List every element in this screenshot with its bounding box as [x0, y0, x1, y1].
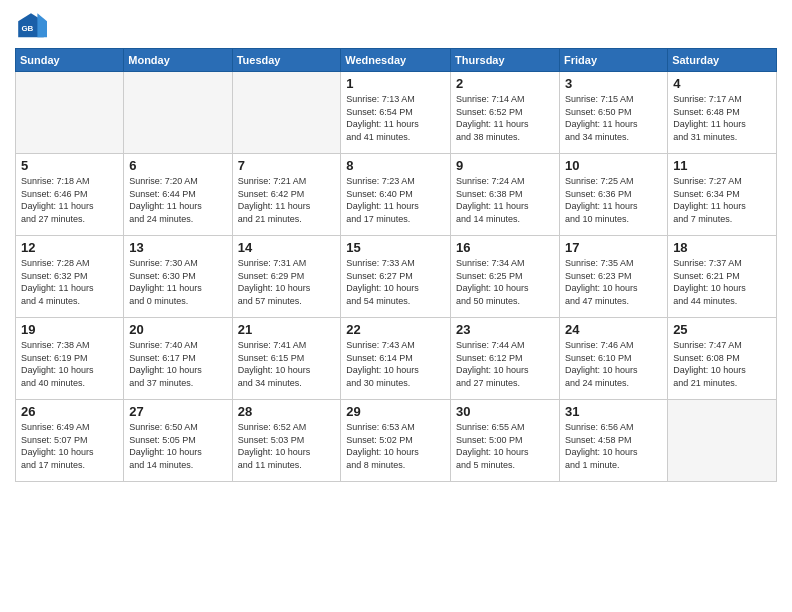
calendar-cell: 5Sunrise: 7:18 AM Sunset: 6:46 PM Daylig… [16, 154, 124, 236]
calendar-cell: 28Sunrise: 6:52 AM Sunset: 5:03 PM Dayli… [232, 400, 341, 482]
weekday-header-monday: Monday [124, 49, 232, 72]
day-info: Sunrise: 7:43 AM Sunset: 6:14 PM Dayligh… [346, 339, 445, 389]
day-number: 12 [21, 240, 118, 255]
day-info: Sunrise: 7:31 AM Sunset: 6:29 PM Dayligh… [238, 257, 336, 307]
day-number: 16 [456, 240, 554, 255]
day-number: 8 [346, 158, 445, 173]
calendar-cell: 22Sunrise: 7:43 AM Sunset: 6:14 PM Dayli… [341, 318, 451, 400]
calendar-cell: 25Sunrise: 7:47 AM Sunset: 6:08 PM Dayli… [668, 318, 777, 400]
day-info: Sunrise: 6:55 AM Sunset: 5:00 PM Dayligh… [456, 421, 554, 471]
calendar-cell: 11Sunrise: 7:27 AM Sunset: 6:34 PM Dayli… [668, 154, 777, 236]
calendar-cell: 27Sunrise: 6:50 AM Sunset: 5:05 PM Dayli… [124, 400, 232, 482]
logo: GB [15, 10, 51, 42]
day-number: 3 [565, 76, 662, 91]
day-number: 18 [673, 240, 771, 255]
day-number: 7 [238, 158, 336, 173]
day-info: Sunrise: 7:28 AM Sunset: 6:32 PM Dayligh… [21, 257, 118, 307]
day-info: Sunrise: 7:23 AM Sunset: 6:40 PM Dayligh… [346, 175, 445, 225]
day-number: 2 [456, 76, 554, 91]
day-info: Sunrise: 7:15 AM Sunset: 6:50 PM Dayligh… [565, 93, 662, 143]
page: GB SundayMondayTuesdayWednesdayThursdayF… [0, 0, 792, 612]
day-number: 20 [129, 322, 226, 337]
calendar-cell: 24Sunrise: 7:46 AM Sunset: 6:10 PM Dayli… [560, 318, 668, 400]
calendar-cell: 4Sunrise: 7:17 AM Sunset: 6:48 PM Daylig… [668, 72, 777, 154]
calendar-cell [124, 72, 232, 154]
calendar-cell: 9Sunrise: 7:24 AM Sunset: 6:38 PM Daylig… [451, 154, 560, 236]
svg-marker-1 [37, 13, 47, 37]
calendar-cell: 12Sunrise: 7:28 AM Sunset: 6:32 PM Dayli… [16, 236, 124, 318]
day-info: Sunrise: 7:20 AM Sunset: 6:44 PM Dayligh… [129, 175, 226, 225]
calendar-cell: 30Sunrise: 6:55 AM Sunset: 5:00 PM Dayli… [451, 400, 560, 482]
day-number: 14 [238, 240, 336, 255]
calendar-cell: 20Sunrise: 7:40 AM Sunset: 6:17 PM Dayli… [124, 318, 232, 400]
day-info: Sunrise: 7:34 AM Sunset: 6:25 PM Dayligh… [456, 257, 554, 307]
calendar-cell [668, 400, 777, 482]
calendar-cell [232, 72, 341, 154]
day-number: 29 [346, 404, 445, 419]
calendar-week-row: 26Sunrise: 6:49 AM Sunset: 5:07 PM Dayli… [16, 400, 777, 482]
weekday-header-tuesday: Tuesday [232, 49, 341, 72]
weekday-header-friday: Friday [560, 49, 668, 72]
day-number: 1 [346, 76, 445, 91]
day-info: Sunrise: 7:24 AM Sunset: 6:38 PM Dayligh… [456, 175, 554, 225]
day-info: Sunrise: 7:17 AM Sunset: 6:48 PM Dayligh… [673, 93, 771, 143]
day-number: 11 [673, 158, 771, 173]
day-info: Sunrise: 7:13 AM Sunset: 6:54 PM Dayligh… [346, 93, 445, 143]
day-info: Sunrise: 7:14 AM Sunset: 6:52 PM Dayligh… [456, 93, 554, 143]
day-info: Sunrise: 7:30 AM Sunset: 6:30 PM Dayligh… [129, 257, 226, 307]
calendar-cell: 18Sunrise: 7:37 AM Sunset: 6:21 PM Dayli… [668, 236, 777, 318]
calendar-cell: 19Sunrise: 7:38 AM Sunset: 6:19 PM Dayli… [16, 318, 124, 400]
day-info: Sunrise: 7:35 AM Sunset: 6:23 PM Dayligh… [565, 257, 662, 307]
day-info: Sunrise: 6:50 AM Sunset: 5:05 PM Dayligh… [129, 421, 226, 471]
day-info: Sunrise: 6:53 AM Sunset: 5:02 PM Dayligh… [346, 421, 445, 471]
calendar-cell: 8Sunrise: 7:23 AM Sunset: 6:40 PM Daylig… [341, 154, 451, 236]
weekday-header-wednesday: Wednesday [341, 49, 451, 72]
calendar-cell: 29Sunrise: 6:53 AM Sunset: 5:02 PM Dayli… [341, 400, 451, 482]
calendar-week-row: 5Sunrise: 7:18 AM Sunset: 6:46 PM Daylig… [16, 154, 777, 236]
calendar-cell: 6Sunrise: 7:20 AM Sunset: 6:44 PM Daylig… [124, 154, 232, 236]
calendar-week-row: 19Sunrise: 7:38 AM Sunset: 6:19 PM Dayli… [16, 318, 777, 400]
day-info: Sunrise: 7:25 AM Sunset: 6:36 PM Dayligh… [565, 175, 662, 225]
day-number: 21 [238, 322, 336, 337]
weekday-header-thursday: Thursday [451, 49, 560, 72]
weekday-header-saturday: Saturday [668, 49, 777, 72]
day-info: Sunrise: 6:49 AM Sunset: 5:07 PM Dayligh… [21, 421, 118, 471]
day-info: Sunrise: 7:41 AM Sunset: 6:15 PM Dayligh… [238, 339, 336, 389]
calendar-cell: 21Sunrise: 7:41 AM Sunset: 6:15 PM Dayli… [232, 318, 341, 400]
day-number: 24 [565, 322, 662, 337]
logo-icon: GB [15, 10, 47, 42]
day-info: Sunrise: 6:56 AM Sunset: 4:58 PM Dayligh… [565, 421, 662, 471]
day-info: Sunrise: 7:27 AM Sunset: 6:34 PM Dayligh… [673, 175, 771, 225]
calendar-cell: 2Sunrise: 7:14 AM Sunset: 6:52 PM Daylig… [451, 72, 560, 154]
day-info: Sunrise: 7:44 AM Sunset: 6:12 PM Dayligh… [456, 339, 554, 389]
calendar-cell: 1Sunrise: 7:13 AM Sunset: 6:54 PM Daylig… [341, 72, 451, 154]
calendar-cell [16, 72, 124, 154]
day-number: 26 [21, 404, 118, 419]
day-number: 25 [673, 322, 771, 337]
header: GB [15, 10, 777, 42]
day-number: 30 [456, 404, 554, 419]
day-number: 10 [565, 158, 662, 173]
day-number: 9 [456, 158, 554, 173]
weekday-header-sunday: Sunday [16, 49, 124, 72]
svg-text:GB: GB [21, 24, 33, 33]
day-number: 28 [238, 404, 336, 419]
calendar-week-row: 1Sunrise: 7:13 AM Sunset: 6:54 PM Daylig… [16, 72, 777, 154]
day-info: Sunrise: 7:47 AM Sunset: 6:08 PM Dayligh… [673, 339, 771, 389]
day-number: 15 [346, 240, 445, 255]
day-info: Sunrise: 7:21 AM Sunset: 6:42 PM Dayligh… [238, 175, 336, 225]
calendar-cell: 14Sunrise: 7:31 AM Sunset: 6:29 PM Dayli… [232, 236, 341, 318]
day-info: Sunrise: 7:33 AM Sunset: 6:27 PM Dayligh… [346, 257, 445, 307]
calendar-cell: 16Sunrise: 7:34 AM Sunset: 6:25 PM Dayli… [451, 236, 560, 318]
day-number: 13 [129, 240, 226, 255]
calendar-cell: 17Sunrise: 7:35 AM Sunset: 6:23 PM Dayli… [560, 236, 668, 318]
calendar-cell: 15Sunrise: 7:33 AM Sunset: 6:27 PM Dayli… [341, 236, 451, 318]
day-info: Sunrise: 7:38 AM Sunset: 6:19 PM Dayligh… [21, 339, 118, 389]
calendar-cell: 23Sunrise: 7:44 AM Sunset: 6:12 PM Dayli… [451, 318, 560, 400]
day-number: 6 [129, 158, 226, 173]
calendar-cell: 26Sunrise: 6:49 AM Sunset: 5:07 PM Dayli… [16, 400, 124, 482]
calendar-week-row: 12Sunrise: 7:28 AM Sunset: 6:32 PM Dayli… [16, 236, 777, 318]
day-number: 23 [456, 322, 554, 337]
calendar-cell: 31Sunrise: 6:56 AM Sunset: 4:58 PM Dayli… [560, 400, 668, 482]
day-number: 19 [21, 322, 118, 337]
